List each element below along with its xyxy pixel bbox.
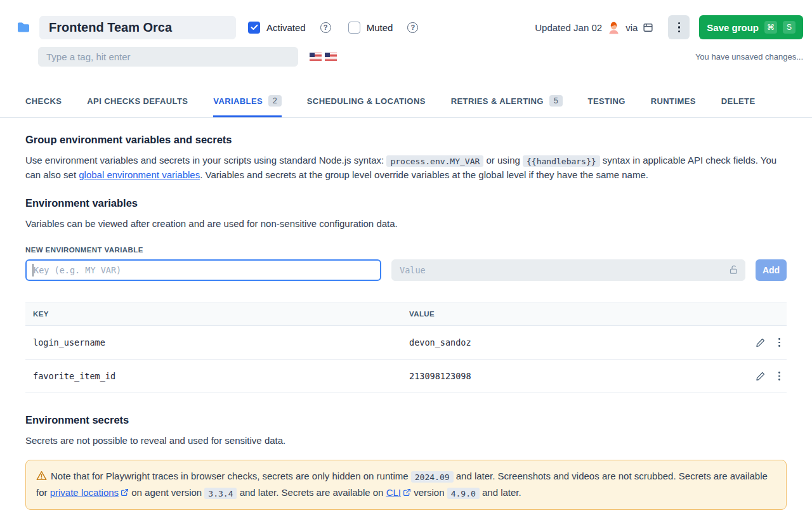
user-avatar (608, 21, 620, 34)
variable-value: 213098123098 (402, 371, 726, 381)
external-link-icon (121, 486, 129, 501)
new-variable-form: Add (25, 259, 787, 281)
variables-table: KEY VALUE login_username devon_sandoz fa… (25, 302, 787, 393)
edit-variable-button[interactable] (753, 335, 768, 350)
save-group-label: Save group (707, 22, 759, 33)
activated-label: Activated (266, 22, 306, 33)
tab-delete[interactable]: DELETE (721, 88, 756, 117)
settings-tabs: CHECKS API CHECKS DEFAULTS VARIABLES2 SC… (0, 88, 812, 118)
cli-link[interactable]: CLI (386, 487, 401, 498)
global-env-vars-link[interactable]: global environment variables (79, 169, 200, 180)
text-caret (32, 264, 34, 276)
tab-runtimes[interactable]: RUNTIMES (651, 88, 696, 117)
variables-table-header: KEY VALUE (25, 302, 787, 326)
env-variables-title: Environment variables (25, 197, 787, 209)
retries-count-badge: 5 (549, 95, 563, 107)
us-flag-icons (310, 53, 337, 61)
via-text: via (625, 22, 638, 33)
variable-menu-button[interactable] (775, 335, 784, 349)
variable-value-input[interactable] (391, 259, 745, 281)
variable-key: login_username (25, 337, 402, 348)
variable-value: devon_sandoz (402, 337, 726, 348)
updated-text: Updated Jan 02 (535, 22, 602, 33)
unlock-icon (729, 264, 738, 278)
page-header: Activated ? Muted ? Updated Jan 02 via (0, 0, 812, 67)
variable-menu-button[interactable] (775, 369, 784, 383)
muted-group: Muted ? (348, 22, 419, 34)
new-env-variable-label: NEW ENVIRONMENT VARIABLE (25, 246, 787, 254)
section-intro: Use environment variables and secrets in… (25, 153, 787, 182)
cmd-key-badge: ⌘ (764, 21, 777, 34)
variables-panel: Group environment variables and secrets … (0, 134, 812, 520)
tab-checks[interactable]: CHECKS (25, 88, 62, 117)
key-column-header: KEY (25, 310, 402, 318)
tab-variables[interactable]: VARIABLES2 (213, 88, 281, 117)
env-secrets-title: Environment secrets (25, 414, 787, 426)
activated-group: Activated ? (248, 22, 331, 34)
browser-window-icon (643, 22, 653, 33)
section-title: Group environment variables and secrets (25, 134, 787, 146)
edit-variable-button[interactable] (753, 368, 768, 384)
more-actions-button[interactable] (668, 15, 690, 39)
variables-count-badge: 2 (268, 95, 282, 107)
folder-icon (16, 20, 31, 35)
muted-checkbox[interactable] (348, 22, 360, 34)
secrets-warning-banner: Note that for Playwright traces in brows… (25, 460, 787, 510)
env-secrets-description: Secrets are not possible to reveal and u… (25, 434, 787, 448)
activated-checkbox[interactable] (248, 22, 260, 34)
external-link-icon (403, 486, 411, 501)
warning-triangle-icon (36, 470, 47, 485)
save-group-button[interactable]: Save group ⌘ S (699, 15, 803, 39)
tab-testing[interactable]: TESTING (588, 88, 625, 117)
tag-input[interactable] (38, 47, 298, 67)
code-process-env: process.env.MY_VAR (386, 155, 483, 167)
table-row: login_username devon_sandoz (25, 326, 787, 360)
code-cli-version: 4.9.0 (447, 488, 480, 499)
unsaved-changes-text: You have unsaved changes... (695, 52, 803, 62)
muted-label: Muted (367, 22, 393, 33)
code-runtime-version: 2024.09 (411, 471, 454, 483)
muted-help-icon[interactable]: ? (407, 22, 418, 33)
private-locations-link[interactable]: private locations (50, 487, 119, 498)
s-key-badge: S (783, 21, 796, 34)
activated-help-icon[interactable]: ? (320, 22, 331, 33)
tab-retries-alerting[interactable]: RETRIES & ALERTING5 (451, 88, 563, 117)
variable-key: favorite_item_id (25, 371, 402, 381)
add-variable-button[interactable]: Add (756, 259, 787, 281)
code-handlebars: {{handlebars}} (523, 155, 600, 167)
tab-scheduling-locations[interactable]: SCHEDULING & LOCATIONS (307, 88, 426, 117)
code-agent-version: 3.3.4 (204, 488, 237, 499)
value-column-header: VALUE (402, 310, 726, 318)
tab-api-checks-defaults[interactable]: API CHECKS DEFAULTS (87, 88, 188, 117)
table-row: favorite_item_id 213098123098 (25, 360, 787, 393)
env-variables-description: Variables can be viewed after creation a… (25, 217, 787, 231)
group-name-input[interactable] (39, 16, 236, 39)
variable-key-input[interactable] (25, 259, 381, 281)
